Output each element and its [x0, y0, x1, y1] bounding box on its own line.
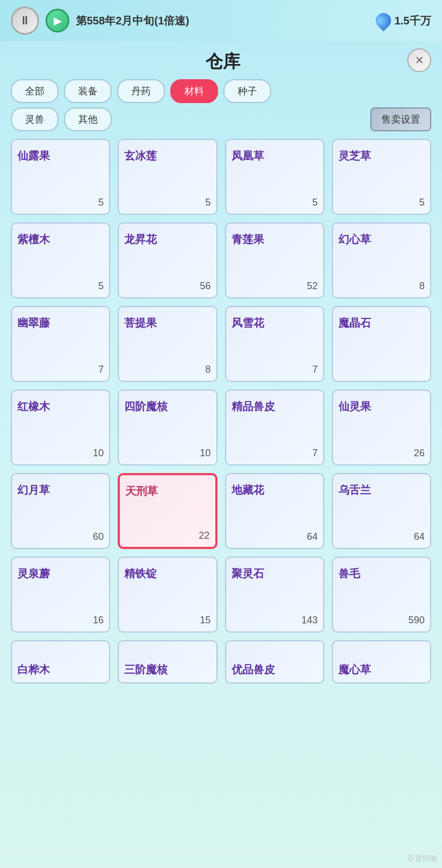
filter-spirit[interactable]: 灵兽 — [11, 107, 59, 131]
item-grid: 仙露果5玄冰莲5凤凰草5灵芝草5紫檀木5龙昇花56青莲果52幻心草8幽翠藤7菩提… — [11, 139, 431, 633]
item-name-1: 玄冰莲 — [124, 149, 157, 163]
item-card-10[interactable]: 风雪花7 — [225, 306, 324, 382]
item-name-4: 紫檀木 — [17, 232, 50, 246]
pause-button[interactable]: ⏸ — [11, 7, 39, 35]
item-card-14[interactable]: 精品兽皮7 — [225, 390, 324, 465]
filter-material[interactable]: 材料 — [170, 79, 218, 103]
item-count-0: 5 — [98, 197, 104, 208]
filter-row-1: 全部 装备 丹药 材料 种子 — [11, 79, 431, 103]
item-name-10: 风雪花 — [232, 316, 264, 330]
partial-item-card-1[interactable]: 三阶魔核 — [118, 640, 217, 684]
partial-item-name-0: 白桦木 — [17, 662, 50, 677]
watermark: 百度经验 — [407, 854, 438, 864]
item-count-2: 5 — [312, 197, 318, 208]
item-name-9: 菩提果 — [124, 316, 157, 330]
item-card-2[interactable]: 凤凰草5 — [225, 139, 324, 215]
item-card-22[interactable]: 聚灵石143 — [225, 557, 324, 633]
item-card-6[interactable]: 青莲果52 — [225, 222, 324, 298]
partial-item-name-1: 三阶魔核 — [124, 662, 168, 677]
top-bar: ⏸ ▶ 第558年2月中旬(1倍速) 1.5千万 — [0, 0, 442, 41]
item-count-9: 8 — [205, 364, 210, 375]
item-name-22: 聚灵石 — [232, 566, 264, 580]
item-name-20: 灵泉蘑 — [17, 566, 50, 580]
item-count-10: 7 — [312, 364, 318, 375]
page-title: 仓库 — [206, 41, 240, 79]
item-name-13: 四阶魔核 — [124, 399, 168, 413]
item-name-21: 精铁锭 — [124, 566, 157, 580]
filter-all[interactable]: 全部 — [11, 79, 59, 103]
partial-item-grid: 白桦木三阶魔核优品兽皮魔心草 — [11, 640, 431, 684]
item-card-9[interactable]: 菩提果8 — [118, 306, 217, 382]
item-name-8: 幽翠藤 — [17, 316, 50, 330]
filter-equip[interactable]: 装备 — [64, 79, 112, 103]
item-card-4[interactable]: 紫檀木5 — [11, 222, 110, 298]
play-button[interactable]: ▶ — [46, 9, 69, 33]
filter-other[interactable]: 其他 — [64, 107, 112, 131]
item-card-20[interactable]: 灵泉蘑16 — [11, 557, 110, 633]
item-name-2: 凤凰草 — [232, 149, 264, 163]
item-name-15: 仙灵果 — [338, 399, 371, 413]
sell-settings-button[interactable]: 售卖设置 — [370, 107, 431, 131]
item-count-6: 52 — [307, 280, 318, 292]
item-card-15[interactable]: 仙灵果26 — [332, 390, 431, 465]
item-card-18[interactable]: 地藏花64 — [225, 473, 324, 549]
item-name-5: 龙昇花 — [124, 232, 157, 246]
item-count-8: 7 — [98, 364, 104, 375]
partial-item-card-3[interactable]: 魔心草 — [332, 640, 431, 684]
item-count-13: 10 — [200, 448, 210, 459]
partial-item-name-3: 魔心草 — [338, 662, 371, 677]
gem-icon — [373, 10, 394, 31]
partial-item-card-0[interactable]: 白桦木 — [11, 640, 110, 684]
item-card-19[interactable]: 乌舌兰64 — [332, 473, 431, 549]
currency-value: 1.5千万 — [394, 14, 431, 28]
partial-item-card-2[interactable]: 优品兽皮 — [225, 640, 324, 684]
game-time: 第558年2月中旬(1倍速) — [76, 14, 189, 28]
item-card-8[interactable]: 幽翠藤7 — [11, 306, 110, 382]
item-count-22: 143 — [302, 615, 318, 626]
item-count-1: 5 — [205, 197, 210, 208]
item-name-6: 青莲果 — [232, 232, 264, 246]
filter-pills[interactable]: 丹药 — [117, 79, 165, 103]
item-card-0[interactable]: 仙露果5 — [11, 139, 110, 215]
item-count-3: 5 — [419, 197, 425, 208]
item-card-3[interactable]: 灵芝草5 — [332, 139, 431, 215]
close-button[interactable]: ✕ — [407, 48, 431, 72]
item-name-23: 兽毛 — [338, 566, 360, 580]
item-count-17: 22 — [198, 530, 209, 541]
item-count-19: 64 — [414, 531, 425, 542]
main-content: 仓库 ✕ 全部 装备 丹药 材料 种子 灵兽 其他 售卖设置 仙露果5玄冰莲5凤… — [0, 41, 442, 694]
currency-display: 1.5千万 — [376, 13, 431, 28]
filter-seeds[interactable]: 种子 — [223, 79, 271, 103]
item-card-17[interactable]: 天刑草22 — [118, 473, 217, 549]
item-name-7: 幻心草 — [338, 232, 371, 246]
item-card-1[interactable]: 玄冰莲5 — [118, 139, 217, 215]
item-card-23[interactable]: 兽毛590 — [332, 557, 431, 633]
item-card-12[interactable]: 红橡木10 — [11, 390, 110, 465]
item-card-11[interactable]: 魔晶石 — [332, 306, 431, 382]
item-card-13[interactable]: 四阶魔核10 — [118, 390, 217, 465]
item-name-17: 天刑草 — [125, 484, 158, 498]
item-card-7[interactable]: 幻心草8 — [332, 222, 431, 298]
partial-item-name-2: 优品兽皮 — [232, 662, 275, 677]
item-card-21[interactable]: 精铁锭15 — [118, 557, 217, 633]
item-count-16: 60 — [93, 531, 104, 542]
item-count-7: 8 — [419, 280, 425, 292]
item-name-18: 地藏花 — [232, 483, 264, 497]
item-name-14: 精品兽皮 — [232, 399, 275, 413]
item-count-18: 64 — [307, 531, 318, 542]
item-name-19: 乌舌兰 — [338, 483, 371, 497]
item-count-4: 5 — [98, 280, 104, 292]
item-name-11: 魔晶石 — [338, 316, 371, 330]
item-name-0: 仙露果 — [17, 149, 50, 163]
item-count-15: 26 — [414, 448, 425, 459]
item-count-20: 16 — [93, 615, 104, 626]
item-count-12: 10 — [93, 448, 104, 459]
item-name-16: 幻月草 — [17, 483, 50, 497]
item-name-3: 灵芝草 — [338, 149, 371, 163]
item-card-5[interactable]: 龙昇花56 — [118, 222, 217, 298]
item-count-5: 56 — [200, 280, 210, 292]
item-card-16[interactable]: 幻月草60 — [11, 473, 110, 549]
top-bar-left: ⏸ ▶ 第558年2月中旬(1倍速) — [11, 7, 189, 35]
item-count-14: 7 — [312, 448, 318, 459]
item-count-21: 15 — [200, 615, 210, 626]
